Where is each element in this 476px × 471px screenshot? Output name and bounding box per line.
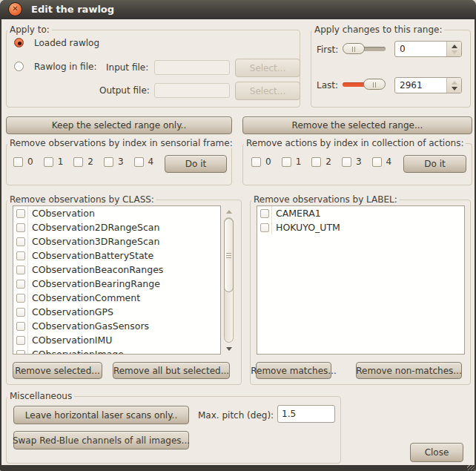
max-pitch-field[interactable] [277,405,335,423]
leave-horizontal-scans-button-label: Leave horizontal laser scans only.. [25,410,177,421]
class-checkbox[interactable] [16,294,25,303]
select-input-file-button[interactable]: Select... [235,59,300,77]
label-checkbox[interactable] [260,223,269,232]
class-checkbox[interactable] [16,223,25,232]
remove-non-matches-button[interactable]: Remove non-matches... [356,362,462,379]
remove-all-but-selected-button[interactable]: Remove all but selected... [113,362,230,379]
first-slider[interactable] [343,43,386,55]
index-checkbox-label: 1 [58,157,64,167]
input-file-field[interactable] [154,60,230,75]
actions-frame-label: Remove actions by index in collection of… [244,138,466,148]
class-list-row[interactable]: CObservationGasSensors [13,319,220,333]
first-slider-handle[interactable] [343,43,365,54]
spin-down-icon[interactable] [452,50,457,54]
select-output-file-button[interactable]: Select... [235,82,300,100]
index-checkbox[interactable] [311,157,321,167]
scrollbar-down-icon[interactable] [223,343,234,355]
close-button-label: Close [425,447,449,458]
class-checkbox[interactable] [16,350,25,355]
class-checkbox[interactable] [16,237,25,246]
scrollbar-thumb[interactable] [224,218,234,292]
index-checkbox[interactable] [13,157,23,167]
class-name: CObservationComment [32,292,140,303]
index-checkbox-label: 0 [265,157,271,167]
index-checkbox[interactable] [251,157,261,167]
class-checkbox[interactable] [16,322,25,331]
last-spinner-arrows[interactable] [446,78,461,93]
index-checkbox-item: 3 [342,157,362,167]
class-list-row[interactable]: CObservationBearingRange [13,277,220,291]
by-class-frame-label: Remove observations by CLASS: [7,194,156,205]
class-list-row[interactable]: CObservationComment [13,291,220,305]
index-checkbox-label: 2 [325,157,331,167]
class-name: CObservation2DRangeScan [32,222,159,233]
class-checkbox-cell [13,234,28,248]
label-list-row[interactable]: CAMERA1 [257,206,464,220]
label-checkbox-cell [257,220,272,234]
first-spinner-input[interactable] [395,42,446,56]
class-list-row[interactable]: CObservationBatteryState [13,248,220,263]
scrollbar-track[interactable] [224,217,234,343]
class-checkbox[interactable] [16,308,25,317]
keep-range-button[interactable]: Keep the selected range only.. [6,116,232,134]
last-slider[interactable] [343,79,386,90]
class-checkbox-cell [13,319,28,333]
titlebar[interactable]: ✕ Edit the rawlog [0,0,476,19]
class-checkbox-cell [13,333,28,347]
class-list-row[interactable]: CObservation [13,206,220,220]
class-list-row[interactable]: CObservation2DRangeScan [13,220,220,234]
class-checkbox[interactable] [16,280,25,289]
swap-red-blue-button[interactable]: Swap Red-Blue channels of all images... [13,431,189,449]
index-checkbox[interactable] [134,157,144,167]
label-checkbox[interactable] [260,209,269,218]
index-checkbox-item: 0 [13,157,33,167]
select-input-file-button-label: Select... [250,63,285,73]
remove-selected-button[interactable]: Remove selected... [13,362,102,379]
class-list-row[interactable]: CObservationIMU [13,333,220,347]
edit-rawlog-dialog: ✕ Edit the rawlog Apply to: Loaded rawlo… [0,0,476,471]
first-label: First: [317,45,338,55]
close-button[interactable]: Close [410,443,463,462]
index-checkbox[interactable] [342,157,351,167]
index-checkbox-item: 0 [251,157,271,167]
actions-do-it-button[interactable]: Do it [403,155,466,173]
class-name: CObservationBeaconRanges [32,264,163,275]
leave-horizontal-scans-button[interactable]: Leave horizontal laser scans only.. [13,406,189,424]
class-checkbox[interactable] [16,209,25,218]
spin-up-icon[interactable] [452,45,457,48]
sensorial-do-it-button[interactable]: Do it [165,155,227,173]
class-list-row[interactable]: CObservation3DRangeScan [13,234,220,248]
spin-up-icon[interactable] [452,81,457,85]
last-slider-handle[interactable] [363,79,386,90]
class-checkbox[interactable] [16,336,25,345]
window-close-icon[interactable]: ✕ [8,2,22,16]
index-checkbox-item: 3 [104,157,124,167]
remove-range-button[interactable]: Remove the selected range... [242,116,472,134]
class-list-row[interactable]: CObservationImage [13,347,220,355]
class-name: CObservationGasSensors [32,320,149,332]
loaded-rawlog-radio[interactable] [14,38,24,47]
resize-grip[interactable] [467,465,475,470]
label-name: CAMERA1 [276,208,321,219]
rawlog-in-file-radio[interactable] [14,62,24,71]
first-spinner-arrows[interactable] [446,42,461,56]
class-list-row[interactable]: CObservationGPS [13,305,220,319]
class-list-scrollbar[interactable] [223,205,234,355]
remove-matches-button[interactable]: Remove matches... [256,362,331,379]
index-checkbox[interactable] [282,157,291,167]
class-checkbox[interactable] [16,266,25,274]
label-list-row[interactable]: HOKUYO_UTM [257,220,464,234]
spin-down-icon[interactable] [452,87,457,90]
class-list-row[interactable]: CObservationBeaconRanges [13,263,220,277]
last-spinner-input[interactable] [395,78,446,93]
output-file-field[interactable] [154,83,230,98]
index-checkbox[interactable] [44,157,53,167]
actions-index-checkboxes: 0 1 2 3 4 [251,156,391,168]
index-checkbox[interactable] [104,157,113,167]
index-checkbox-label: 1 [296,157,302,167]
class-name: CObservation [32,208,95,219]
index-checkbox[interactable] [73,157,83,167]
class-checkbox[interactable] [16,251,25,260]
index-checkbox[interactable] [372,157,382,167]
scrollbar-up-icon[interactable] [223,205,234,217]
